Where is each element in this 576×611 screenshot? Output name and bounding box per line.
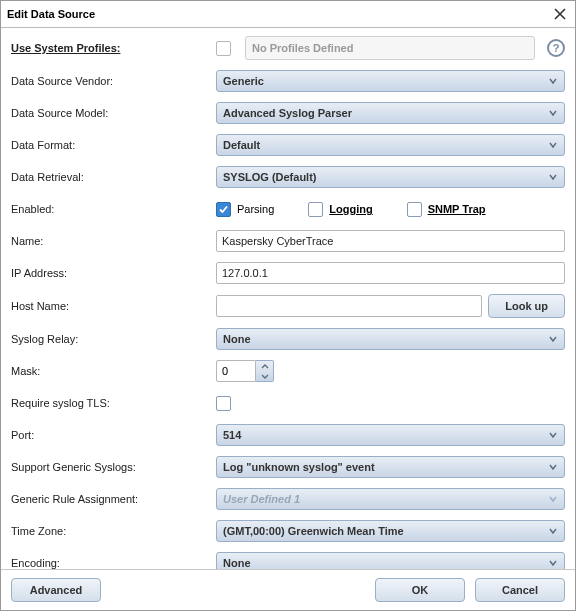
label-host: Host Name:	[11, 300, 216, 312]
chevron-down-icon	[546, 556, 560, 569]
ok-button[interactable]: OK	[375, 578, 465, 602]
logging-label[interactable]: Logging	[329, 203, 372, 215]
label-name: Name:	[11, 235, 216, 247]
chevron-down-icon	[256, 371, 273, 381]
label-tls: Require syslog TLS:	[11, 397, 216, 409]
label-support-generic: Support Generic Syslogs:	[11, 461, 216, 473]
help-button[interactable]: ?	[547, 39, 565, 57]
close-button[interactable]	[551, 5, 569, 23]
name-input[interactable]	[216, 230, 565, 252]
label-ip: IP Address:	[11, 267, 216, 279]
chevron-down-icon	[546, 138, 560, 152]
chevron-down-icon	[546, 524, 560, 538]
label-enabled: Enabled:	[11, 203, 216, 215]
chevron-down-icon	[546, 170, 560, 184]
parsing-checkbox[interactable]	[216, 202, 231, 217]
label-mask: Mask:	[11, 365, 216, 377]
format-select[interactable]: Default	[216, 134, 565, 156]
logging-checkbox[interactable]	[308, 202, 323, 217]
chevron-down-icon	[546, 460, 560, 474]
label-use-system-profiles[interactable]: Use System Profiles:	[11, 42, 216, 54]
lookup-button[interactable]: Look up	[488, 294, 565, 318]
generic-rule-select: User Defined 1	[216, 488, 565, 510]
relay-select[interactable]: None	[216, 328, 565, 350]
edit-data-source-dialog: Edit Data Source Use System Profiles: No…	[0, 0, 576, 611]
mask-value[interactable]: 0	[216, 360, 256, 382]
support-generic-select[interactable]: Log "unknown syslog" event	[216, 456, 565, 478]
port-select[interactable]: 514	[216, 424, 565, 446]
mask-spinner[interactable]: 0	[216, 360, 276, 382]
close-icon	[554, 8, 566, 20]
label-relay: Syslog Relay:	[11, 333, 216, 345]
chevron-down-icon	[546, 332, 560, 346]
ip-input[interactable]	[216, 262, 565, 284]
retrieval-select[interactable]: SYSLOG (Default)	[216, 166, 565, 188]
chevron-down-icon	[546, 74, 560, 88]
footer: Advanced OK Cancel	[1, 569, 575, 610]
vendor-select[interactable]: Generic	[216, 70, 565, 92]
form-content: Use System Profiles: No Profiles Defined…	[1, 28, 575, 569]
model-select[interactable]: Advanced Syslog Parser	[216, 102, 565, 124]
snmp-trap-label[interactable]: SNMP Trap	[428, 203, 486, 215]
chevron-down-icon	[546, 106, 560, 120]
advanced-button[interactable]: Advanced	[11, 578, 101, 602]
profiles-box: No Profiles Defined	[245, 36, 535, 60]
titlebar: Edit Data Source	[1, 1, 575, 28]
label-model: Data Source Model:	[11, 107, 216, 119]
chevron-down-icon	[546, 428, 560, 442]
label-vendor: Data Source Vendor:	[11, 75, 216, 87]
parsing-label: Parsing	[237, 203, 274, 215]
label-generic-rule: Generic Rule Assignment:	[11, 493, 216, 505]
cancel-button[interactable]: Cancel	[475, 578, 565, 602]
use-system-profiles-checkbox[interactable]	[216, 41, 231, 56]
label-port: Port:	[11, 429, 216, 441]
check-icon	[218, 204, 229, 215]
label-retrieval: Data Retrieval:	[11, 171, 216, 183]
encoding-select[interactable]: None	[216, 552, 565, 569]
chevron-up-icon	[256, 361, 273, 371]
chevron-down-icon	[546, 492, 560, 506]
label-encoding: Encoding:	[11, 557, 216, 569]
label-timezone: Time Zone:	[11, 525, 216, 537]
snmp-trap-checkbox[interactable]	[407, 202, 422, 217]
window-title: Edit Data Source	[7, 8, 95, 20]
mask-stepper[interactable]	[256, 360, 274, 382]
timezone-select[interactable]: (GMT,00:00) Greenwich Mean Time	[216, 520, 565, 542]
label-format: Data Format:	[11, 139, 216, 151]
tls-checkbox[interactable]	[216, 396, 231, 411]
host-input[interactable]	[216, 295, 482, 317]
